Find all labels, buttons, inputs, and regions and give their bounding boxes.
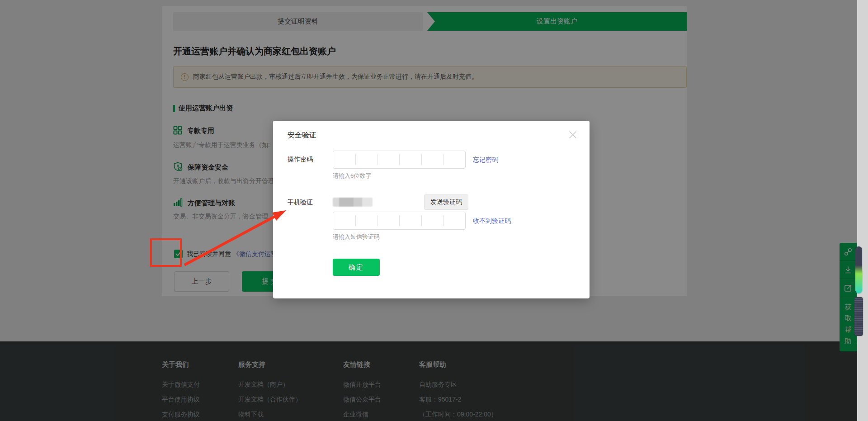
masked-phone-number	[333, 198, 373, 207]
sms-helper-text: 请输入短信验证码	[333, 233, 380, 241]
scrollbar-thumb[interactable]	[854, 297, 863, 336]
scroll-progress-indicator	[855, 246, 862, 293]
password-label: 操作密码	[288, 156, 313, 164]
password-code-input[interactable]	[333, 151, 466, 169]
phone-verification-label: 手机验证	[288, 199, 313, 207]
forgot-password-link[interactable]: 忘记密码	[473, 156, 498, 164]
security-verification-modal: 安全验证 操作密码 忘记密码 请输入6位数字 手机验证 发送验证码 收不到验证码…	[273, 121, 590, 298]
close-icon[interactable]	[568, 130, 578, 140]
modal-title: 安全验证	[288, 131, 316, 140]
password-helper-text: 请输入6位数字	[333, 172, 371, 180]
no-code-received-link[interactable]: 收不到验证码	[473, 217, 511, 225]
sms-code-input[interactable]	[333, 212, 466, 230]
send-code-button[interactable]: 发送验证码	[424, 194, 468, 210]
confirm-button[interactable]: 确定	[333, 259, 380, 276]
scrollbar-track[interactable]	[857, 0, 868, 421]
